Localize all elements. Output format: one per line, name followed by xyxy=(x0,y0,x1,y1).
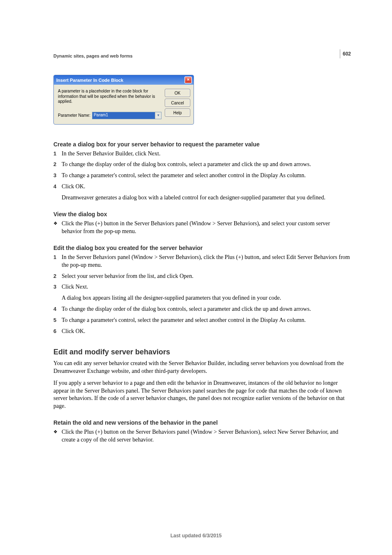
create-steps-list: In the Server Behavior Builder, click Ne… xyxy=(53,150,351,202)
list-item: Click OK. Dreamweaver generates a dialog… xyxy=(53,183,351,202)
retain-bullet: Click the Plus (+) button on the Server … xyxy=(53,428,351,444)
dialog-description: A parameter is a placeholder in the code… xyxy=(58,89,161,104)
heading-view-dialog: View the dialog box xyxy=(53,211,351,217)
chevron-down-icon[interactable]: ▾ xyxy=(155,112,161,119)
parameter-name-label: Parameter Name: xyxy=(58,113,90,118)
parameter-name-value: Param1 xyxy=(92,112,155,119)
body-paragraph: You can edit any server behavior created… xyxy=(53,360,351,375)
list-item: In the Server Behavior Builder, click Ne… xyxy=(53,150,351,158)
body-paragraph: If you apply a server behavior to a page… xyxy=(53,379,351,411)
breadcrumb: Dynamic sites, pages and web forms xyxy=(53,53,351,58)
step-text: Click OK. xyxy=(62,183,85,190)
help-button[interactable]: Help xyxy=(165,109,190,117)
step-subtext: A dialog box appears listing all the des… xyxy=(62,294,351,302)
list-item: In the Server Behaviors panel (Window > … xyxy=(53,254,351,269)
heading-create-dialog: Create a dialog box for your server beha… xyxy=(53,141,351,148)
footer-last-updated: Last updated 6/3/2015 xyxy=(0,533,392,539)
step-text: Click Next. xyxy=(62,284,88,290)
edit-steps-list: In the Server Behaviors panel (Window > … xyxy=(53,254,351,335)
list-item: Click Next. A dialog box appears listing… xyxy=(53,283,351,302)
list-item: To change a parameter's control, select … xyxy=(53,172,351,180)
cancel-button[interactable]: Cancel xyxy=(165,99,190,107)
dialog-title: Insert Parameter In Code Block xyxy=(56,78,123,83)
dialog-titlebar: Insert Parameter In Code Block × xyxy=(54,75,194,85)
close-icon[interactable]: × xyxy=(184,76,192,83)
list-item: Click OK. xyxy=(53,328,351,335)
list-item: To change the display order of the dialo… xyxy=(53,161,351,169)
heading-retain: Retain the old and new versions of the b… xyxy=(53,419,351,426)
list-item: To change a parameter's control, select … xyxy=(53,317,351,324)
heading-edit-modify: Edit and modify server behaviors xyxy=(53,348,351,356)
insert-parameter-dialog: Insert Parameter In Code Block × A param… xyxy=(53,75,194,125)
view-bullet: Click the Plus (+) button in the Server … xyxy=(53,220,351,236)
list-item: Select your server behavior from the lis… xyxy=(53,273,351,280)
heading-edit-dialog: Edit the dialog box you created for the … xyxy=(53,245,351,251)
parameter-name-combobox[interactable]: Param1 ▾ xyxy=(92,112,161,119)
list-item: To change the display order of the dialo… xyxy=(53,305,351,313)
step-subtext: Dreamweaver generates a dialog box with … xyxy=(62,194,351,202)
ok-button[interactable]: OK xyxy=(165,89,190,97)
